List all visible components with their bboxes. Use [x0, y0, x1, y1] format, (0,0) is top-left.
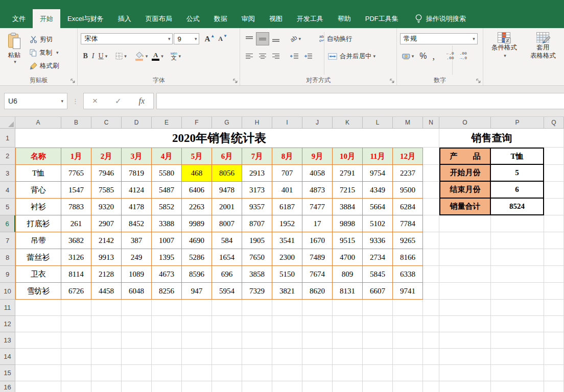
query-value-0[interactable]: T恤	[491, 148, 544, 165]
cell-P8[interactable]	[491, 249, 544, 266]
sales-cell-H6[interactable]: 8707	[242, 215, 272, 232]
sales-cell-M5[interactable]: 6284	[393, 199, 423, 215]
sales-cell-B7[interactable]: 3682	[61, 232, 91, 249]
cell-P15[interactable]	[491, 365, 544, 381]
cell-H13[interactable]	[242, 332, 272, 349]
cell-A12[interactable]	[15, 316, 61, 332]
ribbon-tab-3[interactable]: 插入	[111, 9, 138, 28]
cell-B16[interactable]	[61, 381, 91, 392]
wrap-text-button[interactable]: ab c↵ 自动换行	[317, 33, 355, 45]
sales-cell-C4[interactable]: 7585	[91, 182, 122, 199]
sales-header-11[interactable]: 11月	[363, 148, 393, 165]
sales-cell-L4[interactable]: 4349	[363, 182, 393, 199]
sales-cell-J8[interactable]: 7489	[302, 249, 333, 266]
cut-button[interactable]: 剪切	[30, 34, 59, 45]
cell-E16[interactable]	[152, 381, 182, 392]
column-header-P[interactable]: P	[491, 117, 544, 129]
cell-Q6[interactable]	[544, 215, 564, 232]
cell-H12[interactable]	[242, 316, 272, 332]
italic-button[interactable]: I	[90, 50, 97, 62]
cancel-button[interactable]: ×	[92, 96, 98, 106]
increase-indent-button[interactable]	[302, 50, 315, 62]
sales-cell-I5[interactable]: 6187	[272, 199, 302, 215]
cell-P10[interactable]	[491, 283, 544, 300]
cell-P12[interactable]	[491, 316, 544, 332]
cell-I11[interactable]	[272, 300, 302, 316]
sales-cell-C9[interactable]: 2128	[91, 266, 122, 283]
query-label-2[interactable]: 结束月份	[439, 182, 491, 199]
sales-cell-H5[interactable]: 9357	[242, 199, 272, 215]
cell-L14[interactable]	[363, 349, 393, 365]
cell-C15[interactable]	[91, 365, 122, 381]
sales-cell-D4[interactable]: 4124	[122, 182, 152, 199]
query-value-1[interactable]: 5	[491, 165, 544, 182]
cell-L12[interactable]	[363, 316, 393, 332]
sales-cell-K3[interactable]: 2791	[333, 165, 363, 182]
sales-cell-G7[interactable]: 584	[212, 232, 242, 249]
sales-cell-F5[interactable]: 2263	[182, 199, 212, 215]
cell-F13[interactable]	[182, 332, 212, 349]
column-header-E[interactable]: E	[152, 117, 182, 129]
cell-Q13[interactable]	[544, 332, 564, 349]
sales-cell-D9[interactable]: 1089	[122, 266, 152, 283]
cell-H14[interactable]	[242, 349, 272, 365]
ribbon-tab-4[interactable]: 页面布局	[138, 9, 179, 28]
sales-cell-C8[interactable]: 9913	[91, 249, 122, 266]
sales-cell-K7[interactable]: 9515	[333, 232, 363, 249]
align-left-button[interactable]	[243, 50, 255, 62]
sales-header-0[interactable]: 名称	[15, 148, 61, 165]
cell-D14[interactable]	[122, 349, 152, 365]
select-all-corner[interactable]	[0, 117, 15, 129]
sales-cell-I6[interactable]: 1952	[272, 215, 302, 232]
cell-O10[interactable]	[439, 283, 491, 300]
cell-F14[interactable]	[182, 349, 212, 365]
decrease-decimal-button[interactable]: .00→.0	[458, 50, 469, 62]
ribbon-tab-6[interactable]: 数据	[207, 9, 234, 28]
number-format-select[interactable]: 常规▾	[400, 33, 478, 44]
cell-N12[interactable]	[423, 316, 439, 332]
enter-button[interactable]: ✓	[115, 96, 122, 106]
sales-cell-L10[interactable]: 6607	[363, 283, 393, 300]
cell-I13[interactable]	[272, 332, 302, 349]
conditional-formatting-button[interactable]: 条件格式 ▾	[485, 31, 523, 78]
comma-style-button[interactable]: ,	[431, 50, 437, 62]
cell-D13[interactable]	[122, 332, 152, 349]
row-header-5[interactable]: 5	[0, 199, 15, 215]
cell-D12[interactable]	[122, 316, 152, 332]
cell-N2[interactable]	[423, 148, 439, 165]
sales-cell-D5[interactable]: 4178	[122, 199, 152, 215]
ribbon-tab-11[interactable]: PDF工具集	[358, 9, 406, 28]
cell-H11[interactable]	[242, 300, 272, 316]
sales-cell-E10[interactable]: 8256	[152, 283, 182, 300]
row-header-12[interactable]: 12	[0, 316, 15, 332]
cell-K12[interactable]	[333, 316, 363, 332]
cell-G14[interactable]	[212, 349, 242, 365]
clipboard-dialog-launcher[interactable]	[70, 79, 76, 84]
sales-cell-J6[interactable]: 17	[302, 215, 333, 232]
cell-Q7[interactable]	[544, 232, 564, 249]
cell-O13[interactable]	[439, 332, 491, 349]
sales-cell-E5[interactable]: 5852	[152, 199, 182, 215]
cell-N10[interactable]	[423, 283, 439, 300]
sales-cell-F4[interactable]: 6406	[182, 182, 212, 199]
cell-Q1[interactable]	[544, 129, 564, 148]
ribbon-tab-7[interactable]: 审阅	[234, 9, 262, 28]
alignment-dialog-launcher[interactable]	[390, 79, 395, 84]
cell-B13[interactable]	[61, 332, 91, 349]
cell-O15[interactable]	[439, 365, 491, 381]
cell-E14[interactable]	[152, 349, 182, 365]
cell-B14[interactable]	[61, 349, 91, 365]
cell-O8[interactable]	[439, 249, 491, 266]
product-name-6[interactable]: 卫衣	[15, 266, 61, 283]
cell-Q14[interactable]	[544, 349, 564, 365]
cell-O14[interactable]	[439, 349, 491, 365]
sales-cell-E9[interactable]: 4673	[152, 266, 182, 283]
cell-Q9[interactable]	[544, 266, 564, 283]
sales-cell-L9[interactable]: 5845	[363, 266, 393, 283]
sales-cell-L6[interactable]: 5102	[363, 215, 393, 232]
sales-cell-G6[interactable]: 8007	[212, 215, 242, 232]
column-header-H[interactable]: H	[242, 117, 272, 129]
underline-button[interactable]: U▾	[97, 50, 110, 62]
font-size-select[interactable]: 9▾	[174, 33, 199, 44]
query-value-3[interactable]: 8524	[491, 199, 544, 215]
